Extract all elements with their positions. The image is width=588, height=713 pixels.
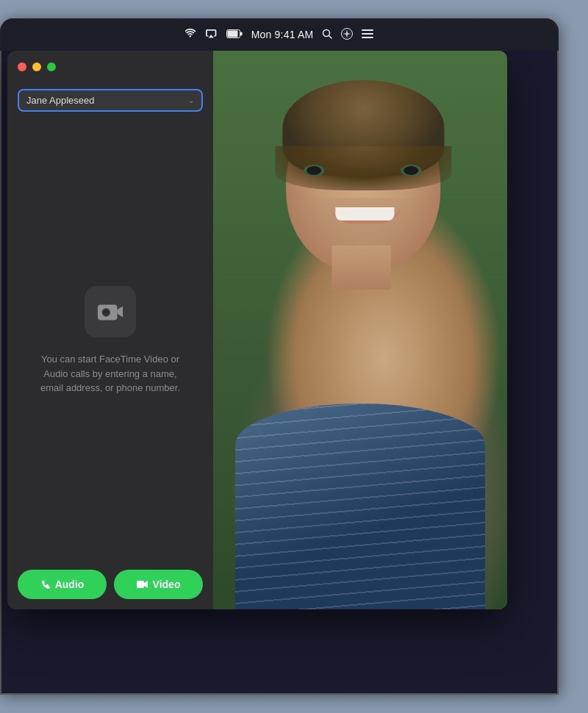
mac-frame: Mon 9:41 AM [0, 18, 559, 695]
title-bar [7, 51, 213, 83]
phone-icon [40, 579, 51, 590]
search-field-container: Jane Appleseed ⌄ [7, 83, 213, 122]
minimize-button[interactable] [32, 62, 41, 71]
svg-point-14 [104, 309, 110, 315]
battery-icon [226, 29, 243, 40]
wifi-icon [185, 29, 197, 40]
left-panel-content: You can start FaceTime Video or Audio ca… [7, 122, 213, 559]
person-teeth [335, 207, 394, 221]
menu-bar-center: Mon 9:41 AM [185, 28, 374, 42]
safari-icon[interactable] [341, 28, 353, 42]
camera-icon [96, 298, 124, 326]
svg-marker-16 [144, 581, 148, 588]
svg-rect-1 [227, 30, 237, 37]
svg-rect-15 [137, 581, 144, 588]
app-window: Jane Appleseed ⌄ You can start FaceTime … [7, 51, 507, 609]
menu-bar-time: Mon 9:41 AM [251, 29, 314, 40]
audio-call-button[interactable]: Audio [18, 570, 107, 599]
chevron-down-icon: ⌄ [188, 96, 194, 104]
contact-name-value: Jane Appleseed [26, 95, 95, 106]
contact-search-field[interactable]: Jane Appleseed ⌄ [18, 89, 203, 112]
close-button[interactable] [18, 62, 26, 71]
svg-rect-2 [240, 32, 243, 35]
person-hair [282, 80, 444, 176]
bottom-buttons: Audio Video [7, 559, 213, 609]
person-neck [332, 246, 391, 290]
svg-rect-10 [362, 37, 373, 38]
person-photo [213, 51, 507, 609]
search-icon[interactable] [322, 29, 332, 41]
hint-text: You can start FaceTime Video or Audio ca… [33, 352, 187, 395]
left-eye [304, 165, 324, 176]
person-eyes [304, 165, 421, 176]
hamburger-menu-icon[interactable] [362, 29, 373, 40]
svg-line-4 [329, 35, 332, 38]
camera-icon-container [85, 286, 136, 337]
svg-rect-8 [362, 29, 373, 31]
svg-rect-9 [362, 33, 373, 35]
right-eye [401, 165, 421, 176]
svg-marker-12 [118, 307, 123, 318]
left-panel: Jane Appleseed ⌄ You can start FaceTime … [7, 51, 213, 609]
right-panel-photo [213, 51, 507, 609]
video-call-button[interactable]: Video [114, 570, 203, 599]
maximize-button[interactable] [47, 62, 56, 71]
menu-bar: Mon 9:41 AM [0, 18, 559, 51]
person-shirt [235, 404, 485, 609]
airplay-icon [206, 29, 218, 41]
video-icon [137, 580, 148, 589]
